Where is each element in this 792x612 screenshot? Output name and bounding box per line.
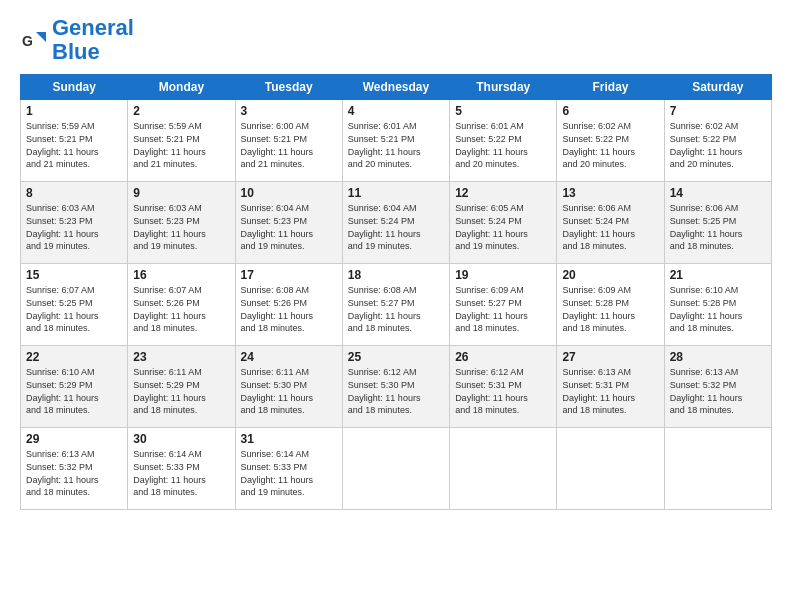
weekday-header-wednesday: Wednesday <box>342 75 449 100</box>
calendar-cell: 19Sunrise: 6:09 AM Sunset: 5:27 PM Dayli… <box>450 264 557 346</box>
calendar-cell <box>450 428 557 510</box>
weekday-header-row: SundayMondayTuesdayWednesdayThursdayFrid… <box>21 75 772 100</box>
calendar-cell: 31Sunrise: 6:14 AM Sunset: 5:33 PM Dayli… <box>235 428 342 510</box>
day-info: Sunrise: 6:03 AM Sunset: 5:23 PM Dayligh… <box>26 202 122 252</box>
day-info: Sunrise: 6:09 AM Sunset: 5:27 PM Dayligh… <box>455 284 551 334</box>
calendar-cell: 24Sunrise: 6:11 AM Sunset: 5:30 PM Dayli… <box>235 346 342 428</box>
calendar-cell: 17Sunrise: 6:08 AM Sunset: 5:26 PM Dayli… <box>235 264 342 346</box>
calendar-cell: 23Sunrise: 6:11 AM Sunset: 5:29 PM Dayli… <box>128 346 235 428</box>
day-info: Sunrise: 6:03 AM Sunset: 5:23 PM Dayligh… <box>133 202 229 252</box>
weekday-header-monday: Monday <box>128 75 235 100</box>
logo-icon: G <box>20 26 48 54</box>
calendar-cell: 10Sunrise: 6:04 AM Sunset: 5:23 PM Dayli… <box>235 182 342 264</box>
calendar-cell: 26Sunrise: 6:12 AM Sunset: 5:31 PM Dayli… <box>450 346 557 428</box>
svg-marker-1 <box>36 32 46 42</box>
logo: G General Blue <box>20 16 134 64</box>
day-info: Sunrise: 6:13 AM Sunset: 5:31 PM Dayligh… <box>562 366 658 416</box>
calendar-week-row: 29Sunrise: 6:13 AM Sunset: 5:32 PM Dayli… <box>21 428 772 510</box>
day-info: Sunrise: 6:10 AM Sunset: 5:29 PM Dayligh… <box>26 366 122 416</box>
svg-text:G: G <box>22 33 33 49</box>
day-number: 13 <box>562 186 658 200</box>
day-info: Sunrise: 6:00 AM Sunset: 5:21 PM Dayligh… <box>241 120 337 170</box>
day-number: 31 <box>241 432 337 446</box>
day-info: Sunrise: 6:11 AM Sunset: 5:29 PM Dayligh… <box>133 366 229 416</box>
day-info: Sunrise: 6:07 AM Sunset: 5:25 PM Dayligh… <box>26 284 122 334</box>
calendar-week-row: 15Sunrise: 6:07 AM Sunset: 5:25 PM Dayli… <box>21 264 772 346</box>
day-info: Sunrise: 6:14 AM Sunset: 5:33 PM Dayligh… <box>241 448 337 498</box>
calendar-body: 1Sunrise: 5:59 AM Sunset: 5:21 PM Daylig… <box>21 100 772 510</box>
logo-text: General Blue <box>52 16 134 64</box>
weekday-header-tuesday: Tuesday <box>235 75 342 100</box>
day-info: Sunrise: 6:02 AM Sunset: 5:22 PM Dayligh… <box>562 120 658 170</box>
day-info: Sunrise: 6:12 AM Sunset: 5:31 PM Dayligh… <box>455 366 551 416</box>
day-number: 21 <box>670 268 766 282</box>
day-number: 18 <box>348 268 444 282</box>
calendar-cell: 25Sunrise: 6:12 AM Sunset: 5:30 PM Dayli… <box>342 346 449 428</box>
day-number: 4 <box>348 104 444 118</box>
calendar-cell: 2Sunrise: 5:59 AM Sunset: 5:21 PM Daylig… <box>128 100 235 182</box>
day-info: Sunrise: 6:11 AM Sunset: 5:30 PM Dayligh… <box>241 366 337 416</box>
calendar-cell: 5Sunrise: 6:01 AM Sunset: 5:22 PM Daylig… <box>450 100 557 182</box>
calendar-cell: 28Sunrise: 6:13 AM Sunset: 5:32 PM Dayli… <box>664 346 771 428</box>
calendar-week-row: 22Sunrise: 6:10 AM Sunset: 5:29 PM Dayli… <box>21 346 772 428</box>
day-number: 26 <box>455 350 551 364</box>
day-number: 1 <box>26 104 122 118</box>
calendar-cell: 16Sunrise: 6:07 AM Sunset: 5:26 PM Dayli… <box>128 264 235 346</box>
day-number: 12 <box>455 186 551 200</box>
calendar-cell: 1Sunrise: 5:59 AM Sunset: 5:21 PM Daylig… <box>21 100 128 182</box>
day-info: Sunrise: 6:04 AM Sunset: 5:24 PM Dayligh… <box>348 202 444 252</box>
calendar-cell: 9Sunrise: 6:03 AM Sunset: 5:23 PM Daylig… <box>128 182 235 264</box>
weekday-header-saturday: Saturday <box>664 75 771 100</box>
day-number: 20 <box>562 268 658 282</box>
day-info: Sunrise: 6:06 AM Sunset: 5:24 PM Dayligh… <box>562 202 658 252</box>
calendar-cell: 21Sunrise: 6:10 AM Sunset: 5:28 PM Dayli… <box>664 264 771 346</box>
calendar-cell <box>342 428 449 510</box>
day-number: 14 <box>670 186 766 200</box>
calendar-cell: 22Sunrise: 6:10 AM Sunset: 5:29 PM Dayli… <box>21 346 128 428</box>
day-number: 15 <box>26 268 122 282</box>
day-number: 17 <box>241 268 337 282</box>
calendar-cell: 14Sunrise: 6:06 AM Sunset: 5:25 PM Dayli… <box>664 182 771 264</box>
day-number: 23 <box>133 350 229 364</box>
calendar-cell: 8Sunrise: 6:03 AM Sunset: 5:23 PM Daylig… <box>21 182 128 264</box>
day-info: Sunrise: 6:02 AM Sunset: 5:22 PM Dayligh… <box>670 120 766 170</box>
calendar-cell: 4Sunrise: 6:01 AM Sunset: 5:21 PM Daylig… <box>342 100 449 182</box>
calendar-cell: 20Sunrise: 6:09 AM Sunset: 5:28 PM Dayli… <box>557 264 664 346</box>
calendar-cell: 6Sunrise: 6:02 AM Sunset: 5:22 PM Daylig… <box>557 100 664 182</box>
calendar-cell: 7Sunrise: 6:02 AM Sunset: 5:22 PM Daylig… <box>664 100 771 182</box>
day-number: 6 <box>562 104 658 118</box>
day-number: 11 <box>348 186 444 200</box>
day-number: 9 <box>133 186 229 200</box>
calendar-cell: 29Sunrise: 6:13 AM Sunset: 5:32 PM Dayli… <box>21 428 128 510</box>
calendar-cell: 18Sunrise: 6:08 AM Sunset: 5:27 PM Dayli… <box>342 264 449 346</box>
calendar-table: SundayMondayTuesdayWednesdayThursdayFrid… <box>20 74 772 510</box>
day-info: Sunrise: 6:13 AM Sunset: 5:32 PM Dayligh… <box>670 366 766 416</box>
calendar-page: G General Blue SundayMondayTuesdayWednes… <box>0 0 792 612</box>
day-info: Sunrise: 6:10 AM Sunset: 5:28 PM Dayligh… <box>670 284 766 334</box>
day-info: Sunrise: 6:01 AM Sunset: 5:21 PM Dayligh… <box>348 120 444 170</box>
page-header: G General Blue <box>20 16 772 64</box>
calendar-cell: 3Sunrise: 6:00 AM Sunset: 5:21 PM Daylig… <box>235 100 342 182</box>
weekday-header-sunday: Sunday <box>21 75 128 100</box>
calendar-cell <box>557 428 664 510</box>
day-info: Sunrise: 6:07 AM Sunset: 5:26 PM Dayligh… <box>133 284 229 334</box>
calendar-cell: 27Sunrise: 6:13 AM Sunset: 5:31 PM Dayli… <box>557 346 664 428</box>
day-info: Sunrise: 6:06 AM Sunset: 5:25 PM Dayligh… <box>670 202 766 252</box>
day-number: 7 <box>670 104 766 118</box>
weekday-header-thursday: Thursday <box>450 75 557 100</box>
day-number: 30 <box>133 432 229 446</box>
day-number: 28 <box>670 350 766 364</box>
calendar-cell <box>664 428 771 510</box>
day-number: 3 <box>241 104 337 118</box>
day-number: 5 <box>455 104 551 118</box>
day-number: 29 <box>26 432 122 446</box>
day-number: 22 <box>26 350 122 364</box>
day-info: Sunrise: 5:59 AM Sunset: 5:21 PM Dayligh… <box>133 120 229 170</box>
calendar-cell: 12Sunrise: 6:05 AM Sunset: 5:24 PM Dayli… <box>450 182 557 264</box>
day-info: Sunrise: 6:13 AM Sunset: 5:32 PM Dayligh… <box>26 448 122 498</box>
day-info: Sunrise: 6:08 AM Sunset: 5:27 PM Dayligh… <box>348 284 444 334</box>
day-number: 8 <box>26 186 122 200</box>
day-number: 10 <box>241 186 337 200</box>
day-info: Sunrise: 6:01 AM Sunset: 5:22 PM Dayligh… <box>455 120 551 170</box>
day-number: 19 <box>455 268 551 282</box>
